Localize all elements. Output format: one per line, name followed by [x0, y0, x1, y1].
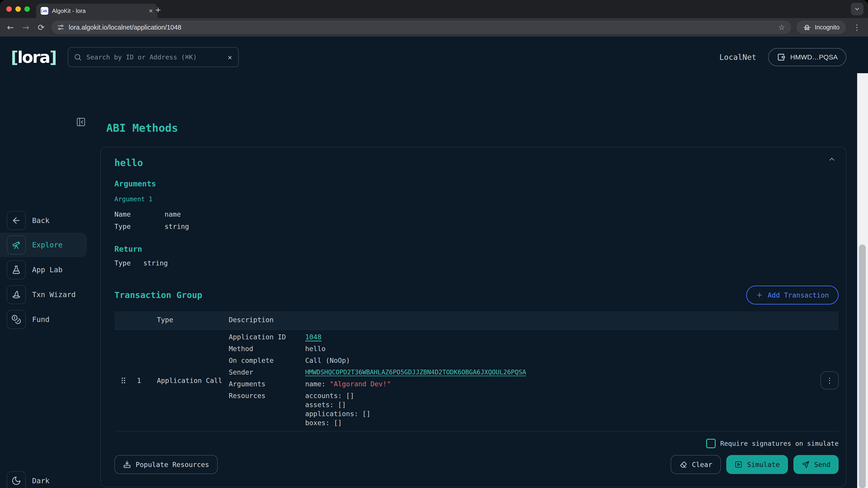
sidebar-item-label: Fund	[32, 315, 50, 324]
sidebar-item-txn-wizard[interactable]: Txn Wizard	[0, 283, 87, 307]
search-icon	[74, 53, 82, 61]
browser-menu-icon[interactable]: ⋮	[851, 23, 863, 32]
return-heading: Return	[114, 245, 839, 254]
url-text[interactable]: lora.algokit.io/localnet/application/104…	[69, 24, 770, 31]
screen: [ak] AlgoKit - lora × + ← → ⟳ lora.algok…	[0, 0, 868, 488]
clear-label: Clear	[692, 461, 712, 468]
require-signatures-label: Require signatures on simulate	[720, 440, 839, 447]
sidebar-item-label: App Lab	[32, 265, 63, 274]
sidebar: Back Explore App Lab	[0, 114, 90, 488]
return-type-label: Type	[114, 257, 143, 269]
incognito-badge: Incognito	[797, 21, 846, 34]
row-index: 1	[137, 377, 141, 385]
transaction-table-header: Type Description	[114, 311, 839, 330]
argument-1-label: Argument 1	[114, 195, 839, 203]
populate-resources-button[interactable]: Populate Resources	[114, 455, 218, 474]
browser-tab[interactable]: [ak] AlgoKit - lora ×	[36, 4, 157, 18]
column-type: Type	[157, 316, 173, 324]
address-bar[interactable]: lora.algokit.io/localnet/application/104…	[52, 21, 791, 34]
reload-icon[interactable]: ⟳	[36, 23, 46, 32]
sidebar-item-label: Explore	[32, 240, 63, 249]
resource-boxes: boxes: []	[305, 418, 370, 427]
sidebar-item-explore[interactable]: Explore	[0, 233, 87, 257]
require-signatures-checkbox[interactable]	[706, 439, 716, 448]
field-method: Method hello	[229, 343, 839, 355]
app-header: [lora] Search by ID or Address (⌘K) ✕ Lo…	[0, 37, 868, 78]
clear-button[interactable]: Clear	[671, 455, 721, 474]
square-play-icon	[735, 460, 743, 468]
abi-method-card: hello Arguments Argument 1 Name name Typ…	[100, 147, 846, 487]
search-input[interactable]: Search by ID or Address (⌘K) ✕	[68, 47, 239, 67]
tab-search-button[interactable]	[851, 3, 864, 15]
site-settings-icon[interactable]	[57, 24, 64, 31]
browser-window: [ak] AlgoKit - lora × + ← → ⟳ lora.algok…	[0, 0, 868, 488]
minimize-window-button[interactable]	[16, 6, 21, 12]
eraser-icon	[679, 460, 687, 468]
tab-close-icon[interactable]: ×	[149, 7, 153, 15]
simulate-label: Simulate	[747, 461, 780, 468]
wallet-button[interactable]: HMWD…PQSA	[768, 48, 846, 66]
wizard-hat-icon	[7, 285, 26, 304]
new-tab-button[interactable]: +	[156, 5, 161, 14]
wallet-icon	[777, 53, 786, 62]
incognito-icon	[803, 23, 811, 31]
window-controls	[6, 6, 30, 12]
arguments-heading: Arguments	[114, 179, 839, 188]
populate-resources-label: Populate Resources	[135, 461, 209, 468]
send-button[interactable]: Send	[794, 455, 839, 474]
sidebar-item-app-lab[interactable]: App Lab	[0, 258, 87, 282]
drag-handle-icon[interactable]	[121, 377, 126, 384]
coins-icon	[7, 310, 26, 329]
field-arguments: Arguments name: "Algorand Dev!"	[229, 378, 839, 390]
back-icon[interactable]: ←	[5, 23, 16, 32]
sidebar-item-back[interactable]: Back	[0, 208, 87, 233]
page-scrollbar-thumb[interactable]	[859, 245, 866, 488]
argument-type-label: Type	[114, 221, 164, 233]
simulate-button[interactable]: Simulate	[726, 455, 788, 474]
incognito-label: Incognito	[815, 24, 839, 31]
flask-icon	[7, 260, 26, 279]
chevron-down-icon	[854, 6, 860, 12]
collapse-sidebar-button[interactable]	[76, 117, 86, 127]
argument-type-value: string	[164, 221, 189, 233]
column-description: Description	[229, 316, 274, 324]
add-transaction-label: Add Transaction	[768, 291, 829, 299]
search-placeholder: Search by ID or Address (⌘K)	[86, 53, 222, 61]
field-on-complete: On complete Call (NoOp)	[229, 355, 839, 366]
argument-string-value: "Algorand Dev!"	[330, 380, 391, 388]
collapse-method-button[interactable]	[828, 156, 836, 164]
logo-bracket-right: ]	[50, 48, 56, 67]
application-id-link[interactable]: 1048	[305, 331, 321, 343]
bookmark-star-icon[interactable]: ☆	[775, 23, 789, 32]
page-title: ABI Methods	[106, 122, 846, 134]
argument-name-value: name	[164, 208, 181, 221]
return-type-value: string	[143, 257, 168, 269]
network-selector[interactable]: LocalNet	[719, 53, 756, 62]
transaction-table: Type Description 1 Application Call Appl…	[114, 311, 839, 431]
search-clear-icon[interactable]: ✕	[227, 53, 233, 61]
sidebar-item-dark-mode[interactable]: Dark	[0, 468, 87, 488]
telescope-icon	[7, 235, 26, 254]
argument-name-label: Name	[114, 208, 164, 221]
fullscreen-window-button[interactable]	[24, 6, 30, 12]
sidebar-item-fund[interactable]: Fund	[0, 307, 87, 332]
forward-icon[interactable]: →	[21, 23, 31, 32]
argument-type-row: Type string	[114, 221, 839, 233]
field-resources: Resources accounts: [] assets: [] applic…	[229, 390, 839, 427]
add-transaction-button[interactable]: Add Transaction	[746, 286, 839, 304]
close-window-button[interactable]	[6, 6, 12, 12]
sidebar-item-label: Back	[32, 216, 50, 225]
resource-assets: assets: []	[305, 400, 370, 410]
row-menu-button[interactable]: ⋮	[820, 371, 839, 390]
lora-logo[interactable]: [lora]	[11, 48, 56, 67]
logo-text: lora	[18, 48, 50, 67]
sidebar-item-label: Dark	[32, 477, 50, 485]
wallet-address: HMWD…PQSA	[790, 53, 838, 61]
panel-collapse-icon	[76, 117, 86, 127]
transaction-group-heading: Transaction Group	[114, 290, 202, 300]
sender-address-link[interactable]: HMWDSHQCOPD2T36WBAHLAZ6PO5GDJJZBN4D2TODK…	[305, 366, 526, 378]
signature-option-row: Require signatures on simulate	[114, 439, 839, 448]
sidebar-item-label: Txn Wizard	[32, 290, 76, 299]
resource-applications: applications: []	[305, 410, 370, 418]
field-sender: Sender HMWDSHQCOPD2T36WBAHLAZ6PO5GDJJZBN…	[229, 366, 839, 378]
